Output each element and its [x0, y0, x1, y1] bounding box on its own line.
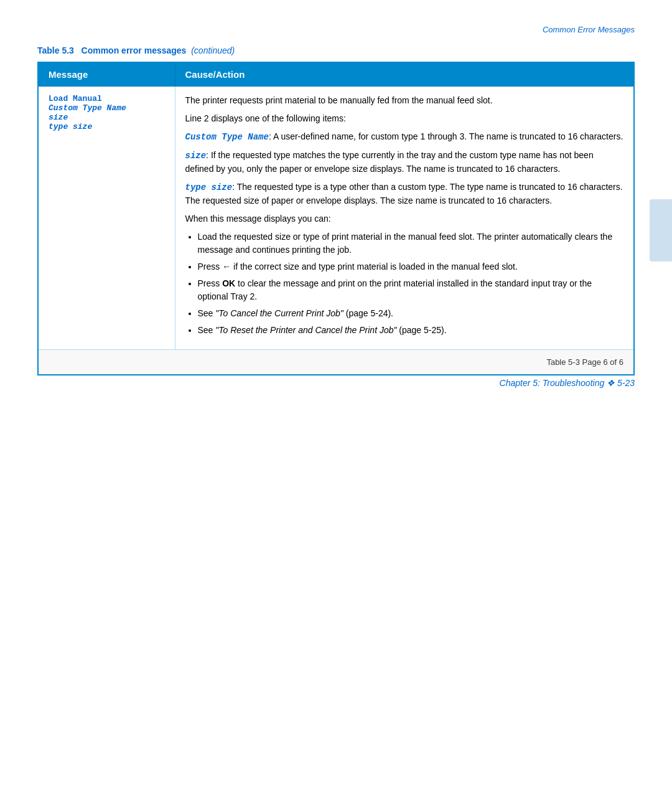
page-footer: Chapter 5: Troubleshooting ❖ 5-23: [500, 378, 635, 388]
cause-p3-text: : A user-defined name, for custom type 1…: [269, 131, 623, 141]
table-footer-row: Table 5-3 Page 6 of 6: [38, 350, 634, 375]
msg-line-4: type size: [49, 122, 165, 131]
bullet-3: Press OK to clear the message and print …: [198, 277, 624, 303]
msg-line-2: Custom Type Name: [49, 103, 165, 113]
ok-label: OK: [222, 278, 235, 288]
cause-bullets: Load the requested size or type of print…: [198, 230, 624, 337]
table-row: Load Manual Custom Type Name size type s…: [38, 87, 634, 350]
bullet-1: Load the requested size or type of print…: [198, 230, 624, 257]
msg-line-3: size: [49, 113, 165, 122]
msg-line-1: Load Manual: [49, 94, 165, 103]
table-footer-text: Table 5-3 Page 6 of 6: [38, 350, 634, 375]
cause-p5-text: : The requested type is a type other tha…: [185, 182, 623, 205]
cause-p1: The printer requests print material to b…: [185, 94, 624, 107]
ref-cancel-job: "To Cancel the Current Print Job": [215, 308, 343, 318]
cause-p5: type size: The requested type is a type …: [185, 181, 624, 207]
bullet-4: See "To Cancel the Current Print Job" (p…: [198, 307, 624, 320]
chapter-header: Common Error Messages: [37, 25, 635, 34]
code-custom-type-name: Custom Type Name: [185, 132, 269, 142]
col-header-message: Message: [38, 62, 175, 87]
tab-decoration: [650, 199, 672, 262]
ref-reset-printer: "To Reset the Printer and Cancel the Pri…: [215, 325, 396, 335]
table-number: Table 5.3: [37, 45, 74, 55]
cause-p4: size: If the requested type matches the …: [185, 149, 624, 176]
cause-p3: Custom Type Name: A user-defined name, f…: [185, 130, 624, 144]
key-arrow-symbol: ←: [222, 262, 231, 271]
error-messages-table: Message Cause/Action Load Manual Custom …: [37, 62, 635, 375]
cause-p4-text: : If the requested type matches the type…: [185, 150, 594, 174]
cause-p2: Line 2 displays one of the following ite…: [185, 112, 624, 125]
table-continued: (continued): [191, 45, 235, 55]
table-title: Table 5.3 Common error messages (continu…: [37, 45, 635, 55]
col-header-cause: Cause/Action: [175, 62, 634, 87]
table-label: Common error messages: [82, 45, 187, 55]
code-size: size: [185, 151, 207, 161]
cause-action-cell: The printer requests print material to b…: [175, 87, 634, 350]
cause-p6: When this message displays you can:: [185, 212, 624, 225]
message-cell: Load Manual Custom Type Name size type s…: [38, 87, 175, 350]
code-type-size: type size: [185, 182, 233, 192]
bullet-2: Press ← if the correct size and type pri…: [198, 260, 624, 273]
bullet-5: See "To Reset the Printer and Cancel the…: [198, 324, 624, 337]
